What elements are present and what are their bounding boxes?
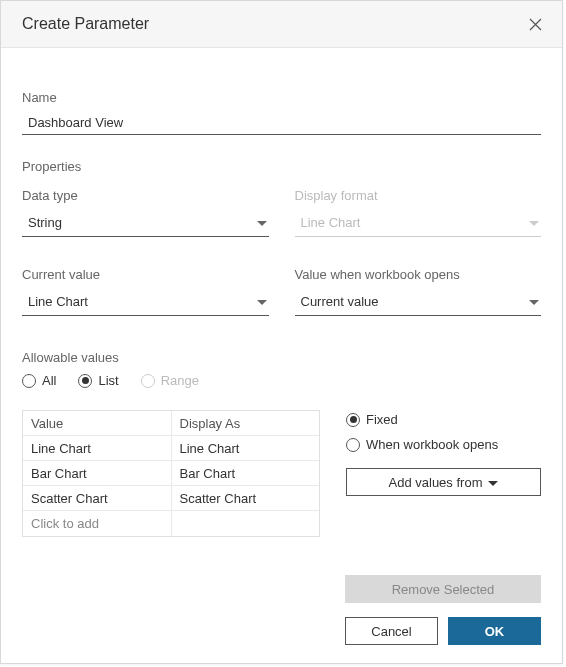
chevron-down-icon xyxy=(488,475,498,490)
current-value-label: Current value xyxy=(22,267,269,282)
table-row[interactable]: Line Chart Line Chart xyxy=(23,436,319,461)
radio-fixed-label: Fixed xyxy=(366,412,398,427)
chevron-down-icon xyxy=(257,294,267,309)
data-type-value: String xyxy=(28,215,257,230)
properties-label: Properties xyxy=(22,159,541,174)
value-when-open-value: Current value xyxy=(301,294,530,309)
cell-display-as: Bar Chart xyxy=(172,461,320,485)
remove-selected-button: Remove Selected xyxy=(345,575,541,603)
name-label: Name xyxy=(22,90,541,105)
header-value: Value xyxy=(23,411,172,435)
radio-circle-icon xyxy=(78,374,92,388)
value-when-open-label: Value when workbook opens xyxy=(295,267,542,282)
radio-range: Range xyxy=(141,373,199,388)
cell-value: Line Chart xyxy=(23,436,172,460)
cancel-button[interactable]: Cancel xyxy=(345,617,438,645)
dialog-content: Name Properties Data type String Display… xyxy=(1,48,562,537)
data-type-dropdown[interactable]: String xyxy=(22,209,269,237)
display-format-value: Line Chart xyxy=(301,215,530,230)
close-icon xyxy=(529,18,542,31)
allowable-values-radios: All List Range xyxy=(22,373,541,388)
cell-display-as: Scatter Chart xyxy=(172,486,320,510)
close-button[interactable] xyxy=(526,15,544,33)
allowable-values-label: Allowable values xyxy=(22,350,541,365)
table-row[interactable]: Scatter Chart Scatter Chart xyxy=(23,486,319,511)
name-input[interactable] xyxy=(22,111,541,135)
title-bar: Create Parameter xyxy=(1,1,562,48)
cell-value: Bar Chart xyxy=(23,461,172,485)
radio-list[interactable]: List xyxy=(78,373,118,388)
chevron-down-icon xyxy=(529,294,539,309)
current-value-dropdown[interactable]: Line Chart xyxy=(22,288,269,316)
cancel-label: Cancel xyxy=(371,624,411,639)
cell-value: Scatter Chart xyxy=(23,486,172,510)
table-header: Value Display As xyxy=(23,411,319,436)
radio-when-open[interactable]: When workbook opens xyxy=(346,437,541,452)
display-format-dropdown: Line Chart xyxy=(295,209,542,237)
add-values-from-label: Add values from xyxy=(389,475,483,490)
radio-circle-icon xyxy=(141,374,155,388)
add-row-label: Click to add xyxy=(23,511,172,536)
value-when-open-dropdown[interactable]: Current value xyxy=(295,288,542,316)
radio-when-open-label: When workbook opens xyxy=(366,437,498,452)
chevron-down-icon xyxy=(529,215,539,230)
add-values-from-button[interactable]: Add values from xyxy=(346,468,541,496)
chevron-down-icon xyxy=(257,215,267,230)
ok-label: OK xyxy=(485,624,505,639)
table-row[interactable]: Bar Chart Bar Chart xyxy=(23,461,319,486)
radio-all[interactable]: All xyxy=(22,373,56,388)
values-table: Value Display As Line Chart Line Chart B… xyxy=(22,410,320,537)
ok-button[interactable]: OK xyxy=(448,617,541,645)
radio-range-label: Range xyxy=(161,373,199,388)
radio-circle-icon xyxy=(346,438,360,452)
radio-list-label: List xyxy=(98,373,118,388)
radio-circle-icon xyxy=(346,413,360,427)
radio-circle-icon xyxy=(22,374,36,388)
radio-fixed[interactable]: Fixed xyxy=(346,412,541,427)
display-format-label: Display format xyxy=(295,188,542,203)
create-parameter-dialog: Create Parameter Name Properties Data ty… xyxy=(0,0,563,664)
radio-all-label: All xyxy=(42,373,56,388)
list-options: Fixed When workbook opens Add values fro… xyxy=(346,410,541,496)
dialog-footer: Remove Selected Cancel OK xyxy=(22,575,541,645)
header-display-as: Display As xyxy=(172,411,320,435)
cell-display-as: Line Chart xyxy=(172,436,320,460)
remove-selected-label: Remove Selected xyxy=(392,582,495,597)
current-value-value: Line Chart xyxy=(28,294,257,309)
dialog-title: Create Parameter xyxy=(22,15,149,33)
table-add-row[interactable]: Click to add xyxy=(23,511,319,536)
data-type-label: Data type xyxy=(22,188,269,203)
